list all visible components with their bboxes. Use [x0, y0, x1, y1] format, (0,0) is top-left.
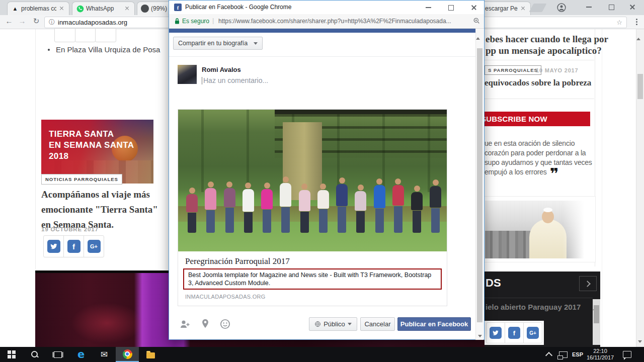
googleplus-icon: G+: [527, 327, 539, 339]
popup-minimize-button[interactable]: [420, 1, 437, 15]
twitter-share-button[interactable]: [486, 322, 505, 343]
column-divider: [35, 29, 36, 269]
zoom-icon[interactable]: [473, 17, 480, 27]
subscribe-banner[interactable]: SUBSCRIBE NOW: [485, 112, 590, 126]
start-button[interactable]: [0, 347, 23, 362]
category-badge[interactable]: NOTICIAS PARROQUIALES: [41, 174, 122, 185]
dialog-scrollbar[interactable]: [475, 29, 484, 340]
person-figure: [411, 186, 423, 233]
page-scrollbar[interactable]: [636, 29, 644, 347]
googleplus-share-button[interactable]: G+: [84, 235, 104, 257]
desktop: ▲ problemas con WhatsApp (99%) escargar …: [0, 0, 644, 362]
refresh-button[interactable]: ↻: [30, 17, 42, 26]
close-tab-icon[interactable]: [520, 5, 527, 12]
featured-item-title[interactable]: ielo abierto Paraguay 2017: [486, 303, 581, 311]
scroll-down-icon[interactable]: [478, 335, 482, 337]
bookmark-star-icon[interactable]: ☆: [616, 19, 622, 26]
globe-icon: [314, 321, 321, 327]
browser-menu-icon[interactable]: [633, 19, 640, 27]
taskbar-explorer-button[interactable]: [139, 347, 162, 362]
tab-whatsapp[interactable]: WhatsApp: [72, 2, 135, 15]
scrollbar-thumb[interactable]: [594, 305, 599, 323]
cancel-button[interactable]: Cancelar: [360, 317, 395, 331]
facebook-share-button[interactable]: f: [63, 235, 84, 257]
quote-line: empujó a los errores: [485, 168, 547, 176]
pope-image[interactable]: [485, 201, 590, 258]
facebook-header-bar: [169, 29, 475, 33]
article-headline[interactable]: equivocados sobre la pobreza: [485, 78, 591, 88]
scrollbar-thumb[interactable]: [477, 48, 482, 322]
mail-icon: ✉: [101, 349, 108, 360]
windows-logo-icon: [8, 350, 16, 358]
headline-line: pp un mensaje apocalíptico?: [486, 45, 608, 56]
preview-description-highlighted: Best Joomla template for Magazine and Ne…: [183, 268, 442, 290]
twitter-icon: [490, 327, 502, 339]
action-center-button[interactable]: [618, 347, 636, 362]
minimize-window-button[interactable]: [580, 0, 597, 14]
tray-network-button[interactable]: [555, 347, 571, 362]
twitter-share-button[interactable]: [43, 235, 64, 257]
preview-title[interactable]: Peregrinación Parroquial 2017: [185, 256, 440, 266]
comment-input[interactable]: Haz un comentario...: [202, 76, 268, 84]
social-share-row: f G+: [43, 235, 104, 257]
person-figure: [243, 183, 254, 233]
edge-icon: e: [77, 348, 85, 360]
tag-people-icon[interactable]: [179, 318, 191, 330]
divider: [485, 298, 593, 298]
tray-clock[interactable]: 22:10 16/11/2017: [585, 348, 616, 361]
close-tab-icon[interactable]: [124, 5, 131, 12]
inner-scrollbar[interactable]: [593, 299, 600, 345]
popup-address-bar[interactable]: Es seguro | https://www.facebook.com/sha…: [169, 14, 484, 29]
taskbar-search-button[interactable]: [23, 347, 46, 362]
back-button[interactable]: ←: [3, 17, 15, 25]
tray-language-button[interactable]: ESP: [570, 347, 586, 362]
close-tab-icon[interactable]: [58, 5, 65, 12]
profile-icon[interactable]: [556, 3, 567, 13]
person-figure: [374, 178, 385, 233]
new-tab-button[interactable]: [529, 4, 546, 12]
googleplus-share-button[interactable]: G+: [523, 322, 542, 343]
list-item-text: En Plaza Villa Urquiza de Posa: [56, 45, 160, 54]
image-caption: TIERRA SANTA EN SEMANA SANTA 2018: [49, 129, 134, 162]
dark-circle-favicon: [141, 5, 149, 13]
tray-show-hidden-button[interactable]: [541, 347, 556, 362]
section-heading: DS: [486, 277, 501, 290]
popup-close-button[interactable]: [465, 1, 482, 15]
category-badge[interactable]: S PARROQUIALES: [485, 65, 541, 75]
divider: [485, 60, 594, 60]
person-figure: [224, 182, 235, 233]
page-info-icon[interactable]: ⓘ: [49, 18, 55, 27]
next-arrow-button[interactable]: [579, 276, 597, 291]
scroll-up-icon[interactable]: [636, 29, 640, 40]
person-figure: [392, 178, 404, 233]
close-window-button[interactable]: [624, 0, 641, 14]
tab-label: WhatsApp: [86, 5, 122, 12]
share-scope-label: Compartir en tu biografía: [178, 40, 248, 47]
popup-title-bar[interactable]: f Publicar en Facebook - Google Chrome: [169, 1, 484, 14]
secure-label: Es seguro: [182, 18, 209, 25]
popup-maximize-button[interactable]: [442, 1, 459, 15]
emoji-smiley-icon[interactable]: [219, 318, 231, 330]
article-headline[interactable]: Acompáñanos al viaje más emocionante "Ti…: [41, 187, 162, 232]
scroll-up-icon[interactable]: [476, 29, 480, 40]
article-headline[interactable]: ebes hacer cuando te llega por pp un men…: [486, 33, 608, 56]
facebook-share-button[interactable]: f: [505, 322, 524, 343]
taskbar-chrome-button[interactable]: [116, 347, 139, 362]
taskbar-edge-button[interactable]: e: [69, 347, 93, 362]
tab-label: escargar Peli: [485, 5, 518, 12]
forward-button[interactable]: →: [16, 17, 28, 25]
divider: [169, 56, 475, 57]
privacy-dropdown[interactable]: Público: [309, 317, 357, 331]
taskbar-mail-button[interactable]: ✉: [93, 347, 116, 362]
scrollbar-thumb[interactable]: [637, 74, 643, 99]
notification-icon: [623, 351, 631, 358]
share-scope-dropdown[interactable]: Compartir en tu biografía: [173, 37, 263, 50]
restore-window-button[interactable]: [603, 0, 620, 14]
scroll-down-icon[interactable]: [638, 340, 642, 343]
location-pin-icon[interactable]: [200, 318, 212, 330]
publish-button[interactable]: Publicar en Facebook: [397, 317, 471, 331]
tab-problemas[interactable]: ▲ problemas con: [7, 2, 69, 15]
avatar: [178, 65, 197, 84]
quote-line: ue en esta oración de silencio: [485, 139, 601, 148]
task-view-button[interactable]: [46, 347, 69, 362]
